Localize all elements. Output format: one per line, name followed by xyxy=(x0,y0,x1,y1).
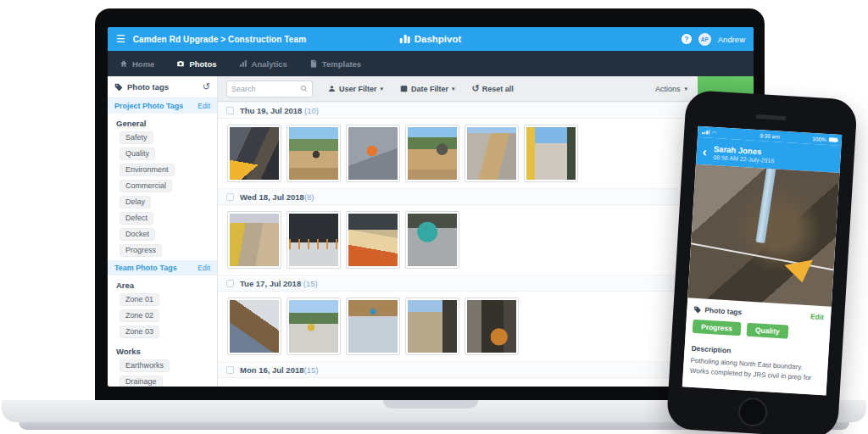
photo-thumbnail[interactable] xyxy=(287,125,340,181)
tag-pill-docket[interactable]: Docket xyxy=(120,228,155,241)
home-icon xyxy=(120,59,128,68)
date-group-header: Wed 18, Jul 2018 (8) xyxy=(218,188,754,205)
user-name[interactable]: Andrew xyxy=(718,35,745,44)
search-box[interactable] xyxy=(226,81,313,97)
status-time: 9:30 am xyxy=(760,132,780,139)
tag-pill-zone-01[interactable]: Zone 01 xyxy=(120,293,159,306)
chevron-down-icon: ▾ xyxy=(381,86,384,92)
select-date-checkbox[interactable] xyxy=(226,280,234,287)
tag-pill-environment[interactable]: Environment xyxy=(120,164,175,176)
nav-label: Analytics xyxy=(252,59,287,69)
nav-label: Photos xyxy=(189,59,216,69)
photo-row xyxy=(218,205,754,275)
nav-item-home[interactable]: Home xyxy=(120,59,154,69)
bar-chart-logo-icon xyxy=(400,35,410,43)
tag-badge-progress[interactable]: Progress xyxy=(693,320,742,336)
date-label: Tue 17, Jul 2018 xyxy=(240,279,301,288)
tag-icon xyxy=(114,83,123,92)
logo-text: Dashpivot xyxy=(415,34,462,44)
analytics-icon xyxy=(239,59,248,68)
photo-thumbnail[interactable] xyxy=(347,125,399,181)
tag-badge-quality[interactable]: Quality xyxy=(746,323,788,339)
date-group-header: Tue 17, Jul 2018 (15) xyxy=(218,275,754,292)
photo-thumbnail[interactable] xyxy=(406,212,459,268)
select-date-checkbox[interactable] xyxy=(226,107,234,114)
photo-thumbnail[interactable] xyxy=(465,298,518,354)
laptop-bezel: ☰ Camden Rd Upgrade > Construction Team … xyxy=(95,8,765,400)
photos-toolbar: User Filter ▾ Date Filter ▾ ↺ Reset all xyxy=(218,76,754,102)
photo-thumbnail[interactable] xyxy=(347,298,399,354)
dashpivot-logo: Dashpivot xyxy=(400,34,462,44)
avatar[interactable]: AP xyxy=(698,33,711,46)
breadcrumb: Camden Rd Upgrade > Construction Team xyxy=(133,35,306,44)
tag-pill-defect[interactable]: Defect xyxy=(120,212,153,225)
actions-dropdown[interactable]: Actions ▾ xyxy=(655,85,687,93)
project-photo-tags-header: Project Photo Tags Edit xyxy=(108,98,217,114)
tag-pill-delay[interactable]: Delay xyxy=(120,196,151,209)
phone-mockup: ◠ 9:30 am 100% ‹ Sarah Jones 08:56 AM 22… xyxy=(666,90,858,434)
photo-thumbnail[interactable] xyxy=(287,298,340,354)
user-icon xyxy=(328,85,336,92)
tag-group-heading: Area xyxy=(108,275,217,293)
date-filter-dropdown[interactable]: Date Filter ▾ xyxy=(400,85,455,93)
battery-percent: 100% xyxy=(812,136,826,142)
tag-pill-progress[interactable]: Progress xyxy=(120,244,162,257)
main-nav: Home Photos Analytics Templates xyxy=(108,51,754,76)
photo-thumbnail[interactable] xyxy=(228,212,281,268)
tag-pill-drainage[interactable]: Drainage xyxy=(120,376,163,387)
home-button[interactable] xyxy=(737,397,768,427)
photo-detail-image[interactable] xyxy=(687,164,839,307)
pipe-graphic xyxy=(755,164,776,243)
reset-all-button[interactable]: ↺ Reset all xyxy=(472,84,514,93)
tag-group-heading: Works xyxy=(108,342,217,359)
photo-thumbnail[interactable] xyxy=(287,212,340,268)
actions-label: Actions xyxy=(655,85,681,93)
edit-tags-link[interactable]: Edit xyxy=(810,312,825,321)
tag-pill-quality[interactable]: Quality xyxy=(120,147,155,160)
photo-thumbnail[interactable] xyxy=(228,298,281,354)
nav-item-templates[interactable]: Templates xyxy=(309,59,361,69)
string-line-graphic xyxy=(687,241,839,274)
reset-all-label: Reset all xyxy=(482,85,514,93)
nav-label: Home xyxy=(132,59,154,69)
date-label: Thu 19, Jul 2018 xyxy=(240,106,302,115)
tag-pill-zone-03[interactable]: Zone 03 xyxy=(120,326,159,338)
tag-pill-zone-02[interactable]: Zone 02 xyxy=(120,309,159,322)
nav-item-analytics[interactable]: Analytics xyxy=(239,59,287,69)
select-date-checkbox[interactable] xyxy=(226,193,234,201)
flag-marker-graphic xyxy=(784,260,816,286)
photo-tags-title: Photo tags xyxy=(704,306,742,317)
date-group-header: Thu 19, Jul 2018 (10) xyxy=(218,102,754,119)
tag-pill-safety[interactable]: Safety xyxy=(120,131,153,144)
restore-tags-icon[interactable]: ↺ xyxy=(203,82,210,92)
photo-count: (15) xyxy=(304,365,319,375)
tag-pill-commercial[interactable]: Commercial xyxy=(120,180,172,192)
back-chevron-icon[interactable]: ‹ xyxy=(702,145,707,158)
select-date-checkbox[interactable] xyxy=(226,366,234,374)
menu-icon[interactable]: ☰ xyxy=(116,34,125,44)
photo-thumbnail[interactable] xyxy=(525,125,577,181)
nav-item-photos[interactable]: Photos xyxy=(176,59,216,69)
photo-thumbnail[interactable] xyxy=(347,212,399,268)
tag-icon xyxy=(693,305,702,314)
edit-team-tags-link[interactable]: Edit xyxy=(198,264,210,272)
photo-thumbnail[interactable] xyxy=(406,125,459,181)
photo-count: (15) xyxy=(301,279,318,288)
sidebar-title: Photo tags xyxy=(127,82,169,92)
chevron-down-icon: ▾ xyxy=(452,86,455,92)
search-input[interactable] xyxy=(231,85,298,93)
wifi-icon: ◠ xyxy=(712,130,717,136)
edit-project-tags-link[interactable]: Edit xyxy=(198,102,210,110)
user-filter-dropdown[interactable]: User Filter ▾ xyxy=(328,85,383,93)
user-filter-label: User Filter xyxy=(339,85,377,93)
photo-thumbnail[interactable] xyxy=(228,125,281,181)
help-icon[interactable]: ? xyxy=(682,34,692,44)
section-label: Team Photo Tags xyxy=(114,264,177,272)
photo-thumbnail[interactable] xyxy=(406,298,459,354)
undo-icon: ↺ xyxy=(472,84,480,93)
battery-icon xyxy=(829,137,837,142)
photo-thumbnail[interactable] xyxy=(465,125,518,181)
nav-label: Templates xyxy=(322,59,361,69)
tag-pill-earthworks[interactable]: Earthworks xyxy=(120,359,170,372)
app-topbar: ☰ Camden Rd Upgrade > Construction Team … xyxy=(108,27,754,51)
